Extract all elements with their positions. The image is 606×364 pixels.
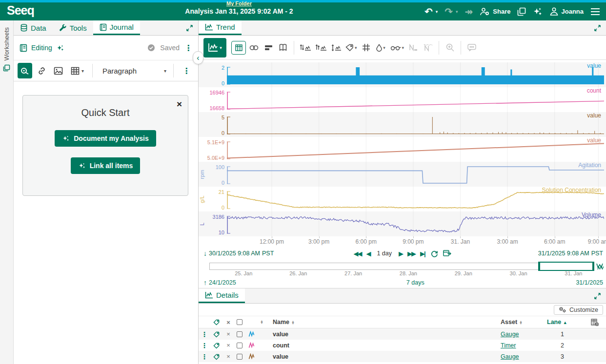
customize-button[interactable]: Customize [554,305,603,315]
lane-plot[interactable]: Volume [227,211,604,236]
step-to-end-button[interactable]: ▶| [420,250,426,257]
tab-journal[interactable]: Journal [93,20,140,35]
row-checkbox[interactable] [237,354,242,360]
trend-lane-5[interactable]: rpm1000Agitation [199,162,606,187]
lane-axis[interactable]: rpm1000 [199,162,227,187]
sort-style-button[interactable]: ▲▼ [260,320,273,324]
undo-button[interactable]: ↶▾ [424,7,438,17]
insert-table-button[interactable]: ▾ [67,63,87,78]
series-label[interactable]: value [587,62,601,69]
remove-item-icon[interactable]: × [223,342,234,349]
lane-axis[interactable]: L318610 [199,211,227,236]
lane-plot[interactable]: value [227,137,604,162]
investigate-range-end[interactable]: 31/1/2025 [576,279,603,286]
refresh-button[interactable] [431,250,438,257]
item-name[interactable]: value [273,353,501,360]
lane-plot[interactable]: value [227,62,604,87]
trend-lane-4[interactable]: 5.1E+95.0E+9value [199,137,606,162]
item-tag-icon[interactable] [210,353,223,360]
column-lane-header[interactable]: Lane ▲ [547,319,584,326]
trend-lane-7[interactable]: L318610Volume [199,211,606,236]
auto-update-icon[interactable] [594,263,606,270]
signal-style-icon[interactable] [245,331,258,337]
worksheets-rail[interactable]: Worksheets [0,20,14,364]
display-range-end[interactable]: 31/1/2025 9:08 AM PST [538,250,603,257]
item-tag-icon[interactable] [210,342,223,349]
remove-item-icon[interactable]: × [223,353,234,360]
trend-lane-6[interactable]: g/L210Solution Concentration [199,187,606,211]
share-button[interactable]: Share [480,7,510,16]
collapse-panel-button[interactable]: ‹ [193,51,203,64]
forward-history-button[interactable]: ↠ [465,7,473,17]
ai-assistant-button[interactable] [533,7,543,17]
overview-strip[interactable] [209,263,594,270]
seeq-annotate-button[interactable] [18,63,32,78]
breadcrumb[interactable]: My Folder [139,0,339,6]
investigate-range-start[interactable]: ↑ 24/1/2025 [203,279,236,287]
row-menu-button[interactable]: ⋮ [199,330,210,338]
step-back-button[interactable]: ◀ [366,250,370,257]
lane-axis[interactable]: 5.1E+95.0E+9 [199,137,227,162]
table-row[interactable]: ⋮×valueGauge1 [199,328,606,340]
journal-sparkles-icon[interactable] [56,44,64,52]
lane-plot[interactable]: value [227,112,604,137]
remove-item-icon[interactable]: × [223,330,234,338]
copy-range-button[interactable] [443,249,451,257]
compare-view-button[interactable] [276,40,290,56]
tab-data[interactable]: Data [14,20,53,35]
investigate-duration[interactable]: 7 days [406,279,424,286]
link-all-items-button[interactable]: Link all items [71,157,141,174]
step-back-much-button[interactable]: ◀◀ [353,250,361,257]
lane-axis[interactable]: 1694616658 [199,87,227,112]
gridlines-button[interactable] [360,40,373,56]
range-duration[interactable]: 1 day [377,250,392,257]
tab-details[interactable]: Details [199,288,245,303]
dimming-dropdown-button[interactable]: ▾ [374,40,388,56]
display-range-table-button[interactable] [231,41,246,55]
trend-lane-1[interactable]: 20value [199,62,606,87]
asset-link[interactable]: Gauge [501,353,547,360]
samples-dropdown-button[interactable]: ▾ [389,40,406,56]
column-asset-header[interactable]: Asset▲▼ [501,319,547,326]
item-name[interactable]: count [273,342,501,349]
journal-menu-button[interactable]: ⋮ [184,43,192,53]
table-row[interactable]: ⋮×valueGauge3 [199,351,606,362]
series-label[interactable]: Volume [582,211,601,218]
column-name-header[interactable]: Name▲▼ [273,319,501,326]
remove-all-icon[interactable]: × [223,319,234,326]
trend-lane-3[interactable]: 50value [199,112,606,137]
row-menu-button[interactable]: ⋮ [199,342,210,349]
one-lane-button[interactable] [298,40,313,56]
item-name[interactable]: value [273,331,501,338]
asset-link[interactable]: Gauge [501,331,547,338]
tab-tools[interactable]: Tools [53,20,93,35]
duplicate-worksheet-button[interactable] [517,7,526,16]
item-tag-icon[interactable] [210,331,223,338]
lane-axis[interactable]: 50 [199,112,227,137]
close-icon[interactable]: × [177,100,182,108]
expand-details-button[interactable] [589,288,606,303]
row-menu-button[interactable]: ⋮ [199,353,210,361]
document-analysis-button[interactable]: Document my Analysis [55,130,156,147]
signal-smoothing-button[interactable] [421,40,435,56]
lane-plot[interactable]: count [227,87,604,112]
one-axis-button[interactable] [314,40,328,56]
labels-dropdown-button[interactable]: ▾ [344,40,359,56]
derived-data-button[interactable] [406,40,420,56]
item-tag-icon[interactable] [210,319,223,326]
series-label[interactable]: value [587,112,601,119]
signal-style-icon[interactable] [245,353,258,360]
capsule-time-button[interactable] [262,40,275,56]
step-forward-much-button[interactable]: ▶▶ [407,250,415,257]
annotations-button[interactable] [465,40,479,56]
seeq-logo[interactable]: Seeq [0,3,41,19]
autoscale-button[interactable] [329,40,343,56]
lane-axis[interactable]: 20 [199,62,227,87]
redo-button[interactable]: ↷▾ [444,7,458,17]
paragraph-style-dropdown[interactable]: Paragraph ▾ [98,67,171,75]
view-mode-dropdown[interactable]: ▾ [203,38,226,57]
asset-link[interactable]: Timer [501,342,547,349]
signal-style-icon[interactable] [245,342,258,348]
expand-trend-button[interactable] [589,20,606,35]
chain-view-button[interactable] [247,40,261,56]
